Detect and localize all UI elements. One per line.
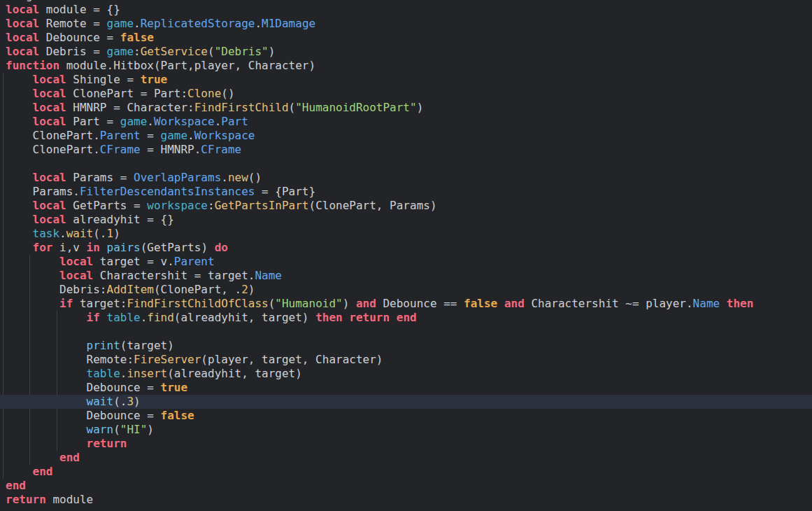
- code-line[interactable]: Debounce = false: [0, 409, 812, 423]
- code-token: local: [6, 17, 39, 30]
- code-line[interactable]: local Shingle = true: [0, 73, 812, 87]
- code-line[interactable]: function module.Hitbox(Part,player, Char…: [0, 59, 812, 73]
- code-line[interactable]: Debounce = true: [0, 381, 812, 395]
- code-token: [6, 367, 87, 380]
- code-line[interactable]: [0, 325, 812, 339]
- code-token: = {Part}: [255, 185, 315, 198]
- code-line[interactable]: local ClonePart = Part:Clone(): [0, 87, 812, 101]
- code-token: FilterDescendantsInstances: [80, 185, 255, 198]
- code-token: FindFirstChildOfClass: [127, 297, 268, 310]
- code-token: ClonePart = Part:: [66, 87, 187, 100]
- code-line[interactable]: local target = v.Parent: [0, 255, 812, 269]
- code-line[interactable]: task.wait(.1): [0, 227, 812, 241]
- code-token: find: [147, 311, 174, 324]
- code-token: ): [343, 297, 356, 310]
- code-line-current[interactable]: wait(.3): [0, 395, 812, 409]
- code-token: "Debris": [215, 45, 269, 58]
- code-token: Parent: [100, 129, 141, 142]
- code-token: do: [215, 241, 228, 254]
- code-token: Name: [255, 269, 282, 282]
- code-token: local: [33, 73, 66, 86]
- code-line[interactable]: local Debounce = false: [0, 31, 812, 45]
- code-lines: glocal module = {}local Remote = game.Re…: [0, 0, 812, 507]
- code-line[interactable]: if target:FindFirstChildOfClass("Humanoi…: [0, 297, 812, 311]
- code-token: Remote:: [6, 353, 134, 366]
- code-line[interactable]: table.insert(alreadyhit, target): [0, 367, 812, 381]
- code-token: (player, target, Character): [201, 353, 383, 366]
- code-line[interactable]: local Params = OverlapParams.new(): [0, 171, 812, 185]
- code-token: ): [248, 283, 255, 296]
- code-token: i,v: [52, 241, 86, 254]
- code-line[interactable]: local alreadyhit = {}: [0, 213, 812, 227]
- code-line[interactable]: [0, 157, 812, 171]
- code-token: =: [141, 129, 161, 142]
- code-token: "HumanoidRootPart": [295, 101, 416, 114]
- code-token: ): [269, 45, 276, 58]
- code-line[interactable]: end: [0, 479, 812, 493]
- code-line[interactable]: local HMNRP = Character:FindFirstChild("…: [0, 101, 812, 115]
- code-token: .: [120, 367, 127, 380]
- code-line[interactable]: local GetParts = workspace:GetPartsInPar…: [0, 199, 812, 213]
- code-line[interactable]: ClonePart.CFrame = HMNRP.CFrame: [0, 143, 812, 157]
- code-token: Debris:: [6, 283, 107, 296]
- code-token: [6, 73, 33, 86]
- code-token: local: [59, 255, 93, 268]
- code-line[interactable]: print(target): [0, 339, 812, 353]
- code-token: false: [161, 409, 194, 422]
- code-token: (ClonePart, .: [154, 283, 241, 296]
- code-editor[interactable]: glocal module = {}local Remote = game.Re…: [0, 0, 812, 511]
- code-token: warn: [87, 423, 114, 436]
- code-line[interactable]: Remote:FireServer(player, target, Charac…: [0, 353, 812, 367]
- code-token: (: [289, 101, 296, 114]
- code-line[interactable]: end: [0, 465, 812, 479]
- code-token: 2: [241, 283, 248, 296]
- code-line[interactable]: Debris:AddItem(ClonePart, .2): [0, 283, 812, 297]
- code-line[interactable]: return module: [0, 493, 812, 507]
- code-token: [6, 465, 33, 478]
- code-token: GetParts =: [66, 199, 148, 212]
- code-token: end: [6, 479, 26, 492]
- code-line[interactable]: local module = {}: [0, 3, 812, 17]
- code-token: [6, 437, 87, 450]
- code-line[interactable]: local Remote = game.ReplicatedStorage.M1…: [0, 17, 812, 31]
- code-token: false: [120, 31, 154, 44]
- code-token: [6, 227, 33, 240]
- code-token: Shingle =: [66, 73, 141, 86]
- code-line[interactable]: local Charactershit = target.Name: [0, 269, 812, 283]
- code-line[interactable]: if table.find(alreadyhit, target) then r…: [0, 311, 812, 325]
- code-token: OverlapParams: [134, 171, 221, 184]
- code-token: Workspace: [194, 129, 255, 142]
- code-token: Parent: [174, 255, 215, 268]
- code-token: [6, 101, 33, 114]
- code-line[interactable]: for i,v in pairs(GetParts) do: [0, 241, 812, 255]
- code-token: local: [33, 101, 66, 114]
- code-token: local: [6, 31, 39, 44]
- code-line[interactable]: local Debris = game:GetService("Debris"): [0, 45, 812, 59]
- code-token: FindFirstChild: [194, 101, 289, 114]
- code-token: true: [141, 73, 168, 86]
- code-line[interactable]: warn("HI"): [0, 423, 812, 437]
- code-token: pairs: [107, 241, 141, 254]
- code-token: [6, 297, 59, 310]
- code-token: and: [504, 297, 525, 310]
- code-token: in: [87, 241, 100, 254]
- code-token: [6, 115, 33, 128]
- code-line[interactable]: Params.FilterDescendantsInstances = {Par…: [0, 185, 812, 199]
- code-token: :: [208, 199, 215, 212]
- code-token: table: [107, 311, 141, 324]
- code-token: M1Damage: [262, 17, 315, 30]
- code-token: [100, 241, 107, 254]
- code-line[interactable]: end: [0, 451, 812, 465]
- code-token: (: [269, 297, 276, 310]
- code-token: Remote =: [39, 17, 106, 30]
- code-token: if: [59, 297, 73, 310]
- code-token: local: [59, 269, 93, 282]
- code-token: .: [59, 227, 66, 240]
- code-token: table: [87, 367, 120, 380]
- code-line[interactable]: ClonePart.Parent = game.Workspace: [0, 129, 812, 143]
- code-line[interactable]: local Part = game.Workspace.Part: [0, 115, 812, 129]
- code-token: [6, 171, 33, 184]
- code-token: ClonePart.: [6, 143, 100, 156]
- code-token: ): [134, 395, 141, 408]
- code-line[interactable]: return: [0, 437, 812, 451]
